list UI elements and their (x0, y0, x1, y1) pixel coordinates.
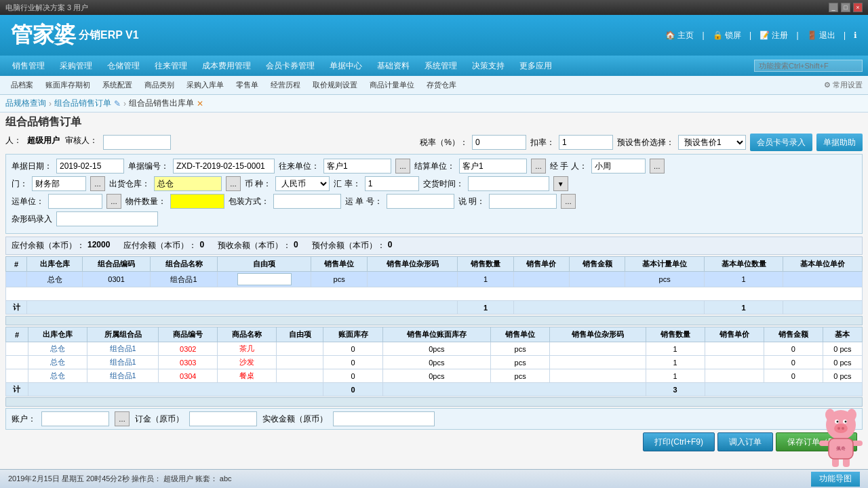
b-col-no: # (6, 327, 28, 342)
b-cell-combo: 组合品1 (87, 356, 159, 369)
exchange-input[interactable] (365, 176, 419, 191)
scan-input[interactable] (56, 211, 158, 226)
shipping-input[interactable] (48, 194, 102, 209)
cell-qty: 1 (458, 272, 513, 287)
cell-free[interactable] (218, 272, 311, 287)
breadcrumb-item-1[interactable]: 品规格查询 (5, 98, 46, 109)
toolbar-product[interactable]: 品档案 (5, 79, 39, 92)
toolbar-history[interactable]: 经营历程 (265, 79, 306, 92)
nav-cost[interactable]: 成本费用管理 (195, 58, 258, 75)
import-btn[interactable]: 调入订单 (717, 432, 773, 451)
lock-btn[interactable]: 🔒 锁屏 (713, 30, 741, 41)
toolbar-measure[interactable]: 商品计量单位 (364, 79, 420, 92)
discount-input[interactable] (559, 135, 613, 150)
breadcrumb-item-3[interactable]: 组合品销售出库单 (129, 98, 194, 109)
save-btn[interactable]: 保存订单（F6） (776, 432, 857, 451)
table-row[interactable]: 总仓 组合品1 0304 餐桌 0 0pcs pcs 1 0 0 pcs (6, 369, 863, 383)
b-total-stock: 0 (323, 383, 382, 396)
settle-unit-browse[interactable]: … (531, 159, 546, 174)
trade-time-label: 交货时间： (423, 178, 464, 190)
bottom-table-scrollbar[interactable] (5, 397, 863, 407)
dept-label: 门： (12, 178, 28, 190)
toolbar-system-config[interactable]: 系统配置 (97, 79, 138, 92)
nav-warehouse[interactable]: 仓储管理 (100, 58, 146, 75)
member-card-btn[interactable]: 会员卡号录入 (750, 134, 812, 151)
col-amount: 销售金额 (570, 257, 625, 272)
wh-browse[interactable]: … (226, 176, 241, 191)
nav-decision[interactable]: 决策支持 (465, 58, 511, 75)
tax-input[interactable] (472, 135, 526, 150)
breadcrumb-item-2[interactable]: 组合品销售订单 (54, 98, 111, 109)
handler-input[interactable] (591, 159, 646, 174)
account-browse[interactable]: … (115, 411, 130, 426)
date-input[interactable] (56, 159, 124, 174)
ship-no-label: 运 单 号： (345, 196, 382, 207)
receivable-value: 0 (199, 240, 204, 251)
toolbar-retail[interactable]: 零售单 (231, 79, 264, 92)
table-row[interactable]: 总仓 0301 组合品1 pcs 1 pcs 1 (6, 272, 863, 287)
nav-purchase[interactable]: 采购管理 (53, 58, 99, 75)
table-row[interactable]: 总仓 组合品1 0303 沙发 0 0pcs pcs 1 0 0 pcs (6, 356, 863, 369)
nav-transaction[interactable]: 往来管理 (148, 58, 194, 75)
toolbar-stock-init[interactable]: 账面库存期初 (40, 79, 96, 92)
close-btn[interactable]: × (853, 3, 863, 12)
trade-time-browse[interactable]: ▼ (553, 176, 568, 191)
to-unit-input[interactable] (323, 159, 391, 174)
toolbar-settings[interactable]: ⚙ 常用设置 (824, 80, 863, 90)
toolbar-price-rule[interactable]: 取价规则设置 (307, 79, 363, 92)
b-cell-unit: pcs (491, 356, 550, 369)
ship-no-input[interactable] (387, 194, 454, 209)
nav-orders[interactable]: 单据中心 (323, 58, 369, 75)
shipping-browse[interactable]: … (106, 194, 121, 209)
toolbar-warehouse[interactable]: 存货仓库 (421, 79, 462, 92)
dept-browse[interactable]: … (90, 176, 105, 191)
home-btn[interactable]: 🏠 主页 (665, 30, 694, 41)
minimize-btn[interactable]: _ (829, 3, 838, 12)
window-controls[interactable]: _ □ × (829, 3, 863, 12)
to-unit-browse[interactable]: … (395, 159, 410, 174)
exit-btn[interactable]: 🚪 退出 (807, 30, 835, 41)
toolbar-purchase-in[interactable]: 采购入库单 (181, 79, 229, 92)
maximize-btn[interactable]: □ (841, 3, 850, 12)
free-input[interactable] (237, 273, 292, 285)
help-btn[interactable]: 单据助助 (816, 134, 863, 151)
footer-help-btn[interactable]: 功能导图 (811, 472, 860, 487)
settle-unit-input[interactable] (459, 159, 527, 174)
remark-browse[interactable]: … (561, 194, 576, 209)
b-cell-warehouse: 总仓 (28, 369, 87, 383)
price-select[interactable]: 预设售价1 (678, 135, 746, 150)
warehouse-input[interactable] (154, 176, 222, 191)
package-input[interactable] (273, 194, 341, 209)
b-cell-warehouse: 总仓 (28, 356, 87, 369)
item-count-input[interactable] (170, 194, 224, 209)
info-btn[interactable]: ℹ (854, 30, 857, 40)
top-table: # 出库仓库 组合品编码 组合品名称 自由项 销售单位 销售单位杂形码 销售数量… (5, 256, 863, 314)
trade-time-input[interactable] (468, 176, 549, 191)
actual-amt-input[interactable] (333, 411, 435, 426)
b-cell-qty: 1 (646, 369, 705, 383)
handler-browse[interactable]: … (650, 159, 665, 174)
dept-input[interactable] (32, 176, 86, 191)
account-input[interactable] (41, 411, 109, 426)
nav-sales[interactable]: 销售管理 (5, 58, 52, 75)
order-amt-input[interactable] (189, 411, 257, 426)
b-cell-base: 0 pcs (823, 369, 862, 383)
nav-basic[interactable]: 基础资料 (370, 58, 416, 75)
review-input[interactable] (103, 135, 171, 150)
order-no-input[interactable] (173, 159, 275, 174)
currency-select[interactable]: 人民币 (275, 176, 330, 191)
register-btn[interactable]: 📝 注册 (760, 30, 788, 41)
toolbar-category[interactable]: 商品类别 (139, 79, 180, 92)
remark-input[interactable] (489, 194, 557, 209)
footer-right: 功能导图 (811, 472, 860, 487)
top-table-scrollbar[interactable] (5, 316, 863, 325)
print-btn[interactable]: 打印(Ctrl+F9) (643, 432, 715, 451)
nav-system[interactable]: 系统管理 (418, 58, 464, 75)
nav-member[interactable]: 会员卡券管理 (259, 58, 321, 75)
table-row[interactable]: 总仓 组合品1 0302 茶几 0 0pcs pcs 1 0 0 pcs (6, 342, 863, 356)
advance-label: 预付余额（本币）： (312, 240, 385, 251)
nav-more[interactable]: 更多应用 (513, 58, 559, 75)
prepaid-value: 0 (294, 240, 298, 251)
b-col-base: 基本 (823, 327, 862, 342)
nav-search-input[interactable] (754, 60, 863, 72)
